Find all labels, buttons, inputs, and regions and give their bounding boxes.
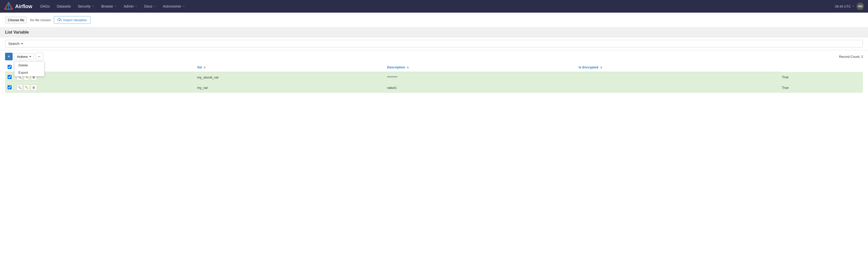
variables-table: Key ⇅ Val ⇅ Description ⇅ Is Encrypted ⇅ xyxy=(5,63,863,93)
chevron-down-icon xyxy=(135,6,137,7)
col-checkbox xyxy=(5,63,14,72)
chevron-down-icon xyxy=(852,6,855,7)
nav-avatar[interactable]: AU xyxy=(857,2,864,10)
row-checkbox-cell xyxy=(5,72,14,83)
sort-icon: ⇅ xyxy=(204,66,206,69)
table-row: 🔍 ✏️ 🗑 my_secret_var ******** True xyxy=(5,72,863,83)
section-title-bar: List Variable xyxy=(0,28,868,37)
chevron-down-icon xyxy=(154,6,156,7)
chevron-down-icon xyxy=(183,6,185,7)
dropdown-item-export[interactable]: Export xyxy=(14,69,44,76)
table-container: Key ⇅ Val ⇅ Description ⇅ Is Encrypted ⇅ xyxy=(0,63,868,93)
view-icon[interactable]: 🔍 xyxy=(17,85,23,91)
col-val: Val ⇅ xyxy=(195,63,384,72)
nav-item-datasets[interactable]: Datasets xyxy=(54,3,74,10)
add-button[interactable]: + xyxy=(5,53,12,60)
table-header-row: Key ⇅ Val ⇅ Description ⇅ Is Encrypted ⇅ xyxy=(5,63,863,72)
select-all-checkbox[interactable] xyxy=(7,65,11,69)
row-key: my_secret_var xyxy=(195,72,384,83)
row-is-encrypted: True xyxy=(779,83,863,93)
row-description xyxy=(576,72,779,83)
sort-icon: ⇅ xyxy=(407,66,409,69)
row-is-encrypted: True xyxy=(779,72,863,83)
nav-item-admin[interactable]: Admin xyxy=(121,3,141,10)
row-checkbox[interactable] xyxy=(7,75,11,79)
search-button[interactable]: Search xyxy=(5,40,863,47)
toolbar: + Actions Delete Export ← Record Count: … xyxy=(0,50,868,63)
back-button[interactable]: ← xyxy=(36,53,43,60)
dropdown-item-delete[interactable]: Delete xyxy=(14,62,44,69)
row-checkbox-cell xyxy=(5,83,14,93)
col-description: Description ⇅ xyxy=(384,63,576,72)
brand-logo[interactable]: Airflow xyxy=(4,2,32,11)
row-actions-cell: 🔍 ✏️ 🗑 xyxy=(14,83,195,93)
brand-name: Airflow xyxy=(15,3,32,9)
actions-button[interactable]: Actions xyxy=(14,53,34,60)
record-count: Record Count: 2 xyxy=(839,55,863,59)
nav-item-browse[interactable]: Browse xyxy=(98,3,120,10)
delete-icon[interactable]: 🗑 xyxy=(31,85,37,91)
row-description xyxy=(576,83,779,93)
row-val: ******** xyxy=(384,72,576,83)
import-variables-button[interactable]: Import Variables xyxy=(54,16,91,24)
sort-icon: ⇅ xyxy=(600,66,602,69)
action-icons: 🔍 ✏️ 🗑 xyxy=(17,85,192,91)
chevron-down-icon xyxy=(115,6,117,7)
chevron-down-icon xyxy=(21,43,23,44)
nav-item-astronomer[interactable]: Astronomer xyxy=(160,3,188,10)
nav-time[interactable]: 08:40 UTC xyxy=(835,4,855,8)
top-bar: Choose file No file chosen Import Variab… xyxy=(0,12,868,28)
choose-file-button[interactable]: Choose file xyxy=(5,17,27,24)
row-val: value1 xyxy=(384,83,576,93)
nav-item-security[interactable]: Security xyxy=(75,3,97,10)
actions-dropdown-container: Actions Delete Export xyxy=(14,53,34,60)
section-title: List Variable xyxy=(5,30,29,34)
no-file-label: No file chosen xyxy=(30,18,51,22)
chevron-down-icon xyxy=(29,56,31,57)
search-bar: Search xyxy=(0,37,868,50)
row-checkbox[interactable] xyxy=(7,85,11,89)
table-row: 🔍 ✏️ 🗑 my_var value1 True xyxy=(5,83,863,93)
nav-right: 08:40 UTC AU xyxy=(835,2,864,10)
nav-item-docs[interactable]: Docs xyxy=(141,3,159,10)
chevron-down-icon xyxy=(92,6,94,7)
col-is-encrypted: Is Encrypted ⇅ xyxy=(576,63,779,72)
actions-dropdown-menu: Delete Export xyxy=(14,61,44,76)
navbar: Airflow DAGs Datasets Security Browse Ad… xyxy=(0,0,868,12)
nav-item-dags[interactable]: DAGs xyxy=(37,3,53,10)
row-key: my_var xyxy=(195,83,384,93)
cloud-upload-icon xyxy=(58,18,62,22)
edit-icon[interactable]: ✏️ xyxy=(24,85,30,91)
